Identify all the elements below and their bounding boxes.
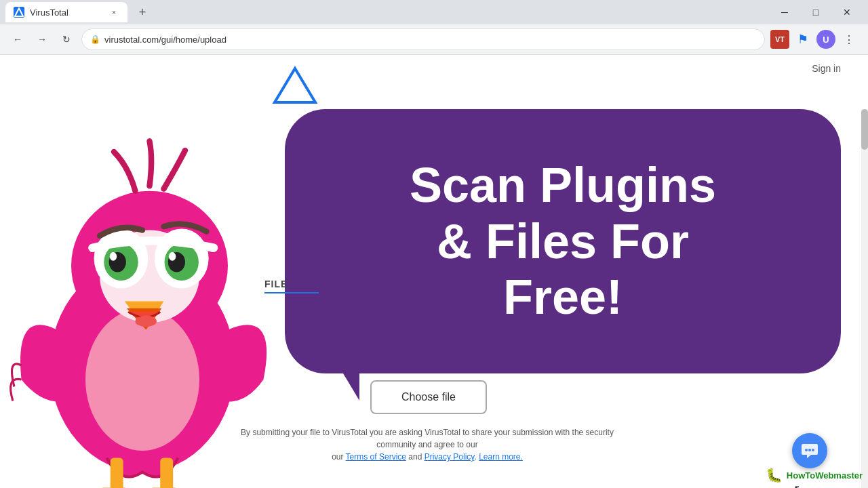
title-bar: VirusTotal × + ─ □ ✕ <box>0 0 868 24</box>
privacy-policy-link[interactable]: Privacy Policy <box>425 452 475 462</box>
watermark: 🐛 HowToWebmaster <box>766 467 863 483</box>
svg-rect-15 <box>111 458 123 489</box>
disclaimer-text: By submitting your file to VirusTotal yo… <box>237 426 617 463</box>
forward-button[interactable]: → <box>33 30 52 49</box>
chat-widget-button[interactable] <box>792 433 827 468</box>
speech-bubble: Scan Plugins& Files ForFree! <box>285 109 841 373</box>
address-bar[interactable]: 🔒 virustotal.com/gui/home/upload <box>81 28 765 50</box>
tab-favicon <box>14 7 24 18</box>
svg-rect-16 <box>160 458 173 489</box>
extension-icon-1[interactable]: VT <box>770 30 789 49</box>
browser-chrome: VirusTotal × + ─ □ ✕ ← → ↻ 🔒 virustotal.… <box>0 0 868 55</box>
nav-actions: VT ⚑ U ⋮ <box>770 28 860 50</box>
sign-in-link[interactable]: Sign in <box>812 63 841 74</box>
scrollbar[interactable] <box>861 109 868 488</box>
scrollbar-thumb[interactable] <box>861 109 868 150</box>
chat-icon <box>800 441 819 460</box>
svg-point-17 <box>805 449 808 451</box>
vt-logo-svg <box>271 65 319 106</box>
bubble-text: Scan Plugins& Files ForFree! <box>382 144 743 339</box>
nav-bar: ← → ↻ 🔒 virustotal.com/gui/home/upload V… <box>0 24 868 54</box>
svg-point-12 <box>110 252 117 261</box>
lock-icon: 🔒 <box>90 35 100 44</box>
tab-close-button[interactable]: × <box>108 7 119 18</box>
page-content: Sign in Scan Plugins& Files ForFree! FIL… <box>0 55 868 488</box>
watermark-icon: 🐛 <box>766 467 783 483</box>
svg-marker-1 <box>275 68 315 102</box>
browser-tab[interactable]: VirusTotal × <box>5 2 127 22</box>
tab-title: VirusTotal <box>30 7 68 18</box>
vt-logo <box>271 65 319 108</box>
svg-marker-0 <box>15 8 23 16</box>
extension-icon-2[interactable]: ⚑ <box>792 28 814 50</box>
choose-file-button[interactable]: Choose file <box>370 380 487 414</box>
svg-point-4 <box>85 308 199 451</box>
refresh-button[interactable]: ↻ <box>57 30 76 49</box>
close-button[interactable]: ✕ <box>831 0 863 24</box>
svg-point-18 <box>808 449 811 451</box>
new-tab-button[interactable]: + <box>133 3 152 22</box>
watermark-text: HowToWebmaster <box>787 470 863 481</box>
more-button[interactable]: ⋮ <box>838 28 860 50</box>
disclaimer-prefix: By submitting your file to VirusTotal yo… <box>241 428 614 449</box>
back-button[interactable]: ← <box>8 30 27 49</box>
window-controls: ─ □ ✕ <box>769 0 863 24</box>
disclaimer-and: and <box>408 452 422 462</box>
maximize-button[interactable]: □ <box>800 0 831 24</box>
learn-more-link[interactable]: Learn more. <box>479 452 523 462</box>
bird-character <box>0 109 285 475</box>
svg-point-14 <box>136 316 157 327</box>
terms-of-service-link[interactable]: Terms of Service <box>346 452 406 462</box>
minimize-button[interactable]: ─ <box>769 0 800 24</box>
svg-point-13 <box>169 252 176 261</box>
url-text: virustotal.com/gui/home/upload <box>104 35 226 45</box>
user-avatar[interactable]: U <box>816 30 835 49</box>
svg-point-19 <box>812 449 814 451</box>
